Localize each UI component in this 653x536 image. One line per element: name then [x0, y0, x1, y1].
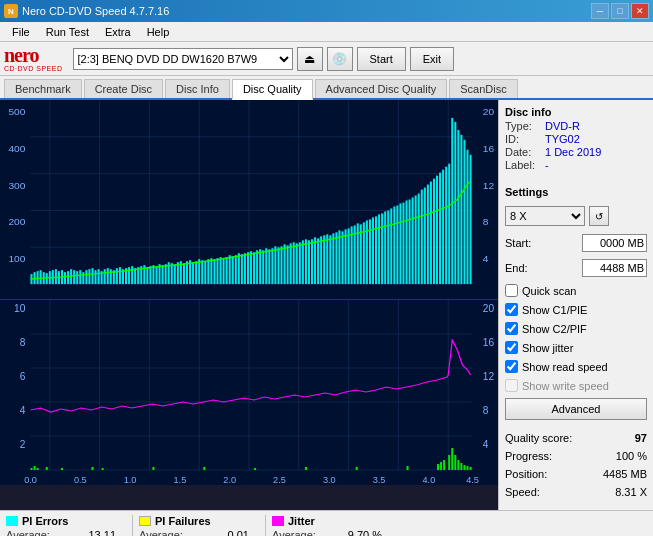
- c2pif-checkbox[interactable]: [505, 322, 518, 335]
- progress-row: Progress: 100 %: [505, 450, 647, 462]
- svg-rect-139: [378, 214, 380, 284]
- tab-bar: Benchmark Create Disc Disc Info Disc Qua…: [0, 76, 653, 100]
- disc-info-section: Disc info Type: DVD-R ID: TYG02 Date: 1 …: [505, 106, 647, 172]
- maximize-button[interactable]: □: [611, 3, 629, 19]
- svg-rect-78: [192, 262, 194, 284]
- svg-rect-97: [250, 251, 252, 284]
- svg-text:300: 300: [8, 180, 25, 191]
- progress-value: 100 %: [616, 450, 647, 462]
- speed-row-2: Speed: 8.31 X: [505, 486, 647, 498]
- divider-1: [132, 515, 133, 536]
- svg-rect-82: [204, 261, 206, 284]
- pi-errors-group: PI Errors Average: 13.11 Maximum: 239 To…: [6, 515, 126, 536]
- svg-rect-226: [463, 465, 465, 470]
- end-input[interactable]: [582, 259, 647, 277]
- tab-benchmark[interactable]: Benchmark: [4, 79, 82, 98]
- jitter-label: Show jitter: [522, 342, 573, 354]
- jitter-avg-label: Average:: [272, 529, 316, 536]
- menu-help[interactable]: Help: [139, 24, 178, 40]
- start-input-row: Start:: [505, 234, 647, 252]
- close-button[interactable]: ✕: [631, 3, 649, 19]
- svg-rect-59: [134, 268, 136, 284]
- pi-failures-header: PI Failures: [139, 515, 249, 527]
- quick-scan-checkbox[interactable]: [505, 284, 518, 297]
- quality-score-row: Quality score: 97: [505, 432, 647, 444]
- svg-rect-79: [195, 261, 197, 284]
- tab-create-disc[interactable]: Create Disc: [84, 79, 163, 98]
- svg-rect-95: [244, 253, 246, 284]
- jitter-checkbox[interactable]: [505, 341, 518, 354]
- svg-rect-128: [345, 229, 347, 284]
- jitter-color: [272, 516, 284, 526]
- disc-icon-button[interactable]: 💿: [327, 47, 353, 71]
- menu-extra[interactable]: Extra: [97, 24, 139, 40]
- speed-row: 8 X ↺: [505, 206, 647, 226]
- svg-rect-228: [470, 467, 472, 470]
- jitter-row: Show jitter: [505, 341, 647, 354]
- start-input[interactable]: [582, 234, 647, 252]
- svg-rect-158: [436, 176, 438, 284]
- svg-rect-114: [302, 240, 304, 284]
- svg-text:20: 20: [483, 303, 495, 314]
- svg-text:8: 8: [483, 405, 489, 416]
- tab-disc-info[interactable]: Disc Info: [165, 79, 230, 98]
- speed-select[interactable]: 8 X: [505, 206, 585, 226]
- advanced-button[interactable]: Advanced: [505, 398, 647, 420]
- disc-type-row: Type: DVD-R: [505, 120, 647, 132]
- svg-rect-160: [442, 170, 444, 284]
- toolbar: nero CD·DVD SPEED [2:3] BENQ DVD DD DW16…: [0, 42, 653, 76]
- svg-text:6: 6: [20, 371, 26, 382]
- speed-value: 8.31 X: [615, 486, 647, 498]
- start-button[interactable]: Start: [357, 47, 406, 71]
- refresh-button[interactable]: ↺: [589, 206, 609, 226]
- svg-rect-119: [317, 238, 319, 284]
- svg-rect-213: [203, 467, 205, 470]
- disc-date-label: Date:: [505, 146, 545, 158]
- svg-rect-142: [387, 210, 389, 284]
- svg-text:2.0: 2.0: [223, 475, 236, 485]
- exit-button[interactable]: Exit: [410, 47, 454, 71]
- svg-rect-224: [457, 460, 459, 470]
- end-input-row: End:: [505, 259, 647, 277]
- c1pie-checkbox[interactable]: [505, 303, 518, 316]
- menu-run-test[interactable]: Run Test: [38, 24, 97, 40]
- svg-text:12: 12: [483, 180, 495, 191]
- menu-file[interactable]: File: [4, 24, 38, 40]
- quality-score-label: Quality score:: [505, 432, 572, 444]
- svg-rect-41: [79, 270, 81, 284]
- speed-label: Speed:: [505, 486, 540, 498]
- svg-rect-163: [451, 118, 453, 284]
- svg-rect-126: [338, 230, 340, 284]
- pi-errors-label: PI Errors: [22, 515, 68, 527]
- disc-date-value: 1 Dec 2019: [545, 146, 601, 158]
- eject-icon-button[interactable]: ⏏: [297, 47, 323, 71]
- svg-rect-218: [437, 464, 439, 470]
- svg-rect-129: [348, 228, 350, 284]
- svg-text:8: 8: [483, 216, 489, 227]
- svg-text:200: 200: [8, 216, 25, 227]
- svg-rect-212: [152, 467, 154, 470]
- svg-rect-220: [443, 460, 445, 470]
- title-bar: N Nero CD-DVD Speed 4.7.7.16 ─ □ ✕: [0, 0, 653, 22]
- svg-text:3.5: 3.5: [373, 475, 386, 485]
- svg-rect-140: [381, 213, 383, 284]
- tab-disc-quality[interactable]: Disc Quality: [232, 79, 313, 100]
- svg-rect-109: [287, 245, 289, 284]
- pi-failures-color: [139, 516, 151, 526]
- svg-rect-151: [415, 196, 417, 285]
- tab-advanced-disc-quality[interactable]: Advanced Disc Quality: [315, 79, 448, 98]
- minimize-button[interactable]: ─: [591, 3, 609, 19]
- svg-rect-89: [226, 257, 228, 284]
- svg-rect-83: [207, 259, 209, 284]
- drive-selector[interactable]: [2:3] BENQ DVD DD DW1620 B7W9: [73, 48, 293, 70]
- tab-scandisc[interactable]: ScanDisc: [449, 79, 517, 98]
- svg-rect-84: [210, 258, 212, 284]
- svg-rect-136: [369, 219, 371, 284]
- write-speed-row: Show write speed: [505, 379, 647, 392]
- svg-rect-215: [305, 467, 307, 470]
- svg-rect-207: [37, 468, 39, 470]
- write-speed-checkbox[interactable]: [505, 379, 518, 392]
- nero-sub-text: CD·DVD SPEED: [4, 65, 63, 72]
- svg-text:0.5: 0.5: [74, 475, 87, 485]
- read-speed-checkbox[interactable]: [505, 360, 518, 373]
